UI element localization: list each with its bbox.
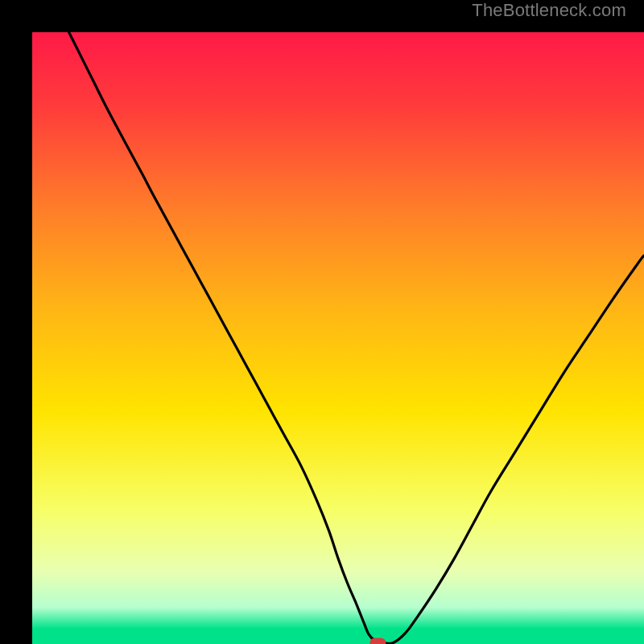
optimal-marker [369,638,386,644]
gradient-background [32,32,644,644]
bottleneck-chart [32,32,644,644]
chart-frame [16,16,628,628]
watermark-text: TheBottleneck.com [472,0,626,21]
